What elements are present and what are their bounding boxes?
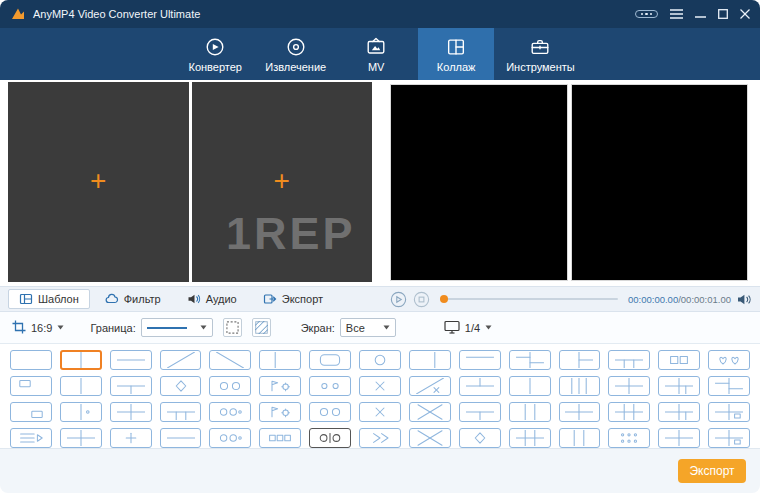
template-59-grid-corner[interactable] [708, 428, 750, 448]
template-6-rounded[interactable] [309, 350, 351, 370]
template-48-h2[interactable] [160, 428, 202, 448]
playback-controls: 00:00:00.00/00:00:01.00 [390, 287, 752, 311]
stop-button[interactable] [413, 291, 430, 308]
template-21-circles-sm[interactable] [309, 376, 351, 396]
nav-tab-label: Инструменты [506, 61, 575, 73]
aspect-ratio-control[interactable]: 16:9 [12, 320, 64, 336]
border-line-sample [147, 327, 187, 329]
template-30-pip2[interactable] [10, 402, 52, 422]
template-14-hearts[interactable] [708, 350, 750, 370]
template-25-v2[interactable] [509, 376, 551, 396]
hatch-pattern-button[interactable] [252, 318, 271, 337]
nav-tab-converter[interactable]: Конвертер [177, 28, 253, 80]
template-38-x-big[interactable] [409, 402, 451, 422]
template-58-grid4[interactable] [658, 428, 700, 448]
panel-tab-template[interactable]: Шаблон [8, 289, 90, 309]
panel-tab-audio[interactable]: Аудио [176, 289, 248, 309]
template-23-diag-x[interactable] [409, 376, 451, 396]
template-49-circles-dot[interactable] [209, 428, 251, 448]
template-42-grid6[interactable] [608, 402, 650, 422]
template-53-x-big[interactable] [409, 428, 451, 448]
template-27-grid4[interactable] [608, 376, 650, 396]
close-icon[interactable] [740, 9, 750, 19]
template-24-t-up[interactable] [459, 376, 501, 396]
export-button[interactable]: Экспорт [678, 459, 746, 483]
template-15-pip[interactable] [10, 376, 52, 396]
template-32-grid4[interactable] [110, 402, 152, 422]
feedback-more-icon[interactable] [635, 10, 659, 19]
play-button[interactable] [390, 291, 407, 308]
template-5-v2l[interactable] [259, 350, 301, 370]
template-7-circle[interactable] [359, 350, 401, 370]
template-55-grid6[interactable] [509, 428, 551, 448]
time-total: 00:00:01.00 [681, 294, 731, 305]
template-16-v2[interactable] [60, 376, 102, 396]
audio-icon [187, 292, 201, 306]
dashed-border-button[interactable] [223, 318, 242, 337]
template-35-flag-gear[interactable] [259, 402, 301, 422]
screen-dropdown[interactable]: Все [340, 318, 396, 337]
template-1-v2[interactable] [60, 350, 102, 370]
template-4-diag2[interactable] [209, 350, 251, 370]
template-47-plus[interactable] [110, 428, 152, 448]
border-style-dropdown[interactable] [141, 318, 213, 337]
collage-slot-2[interactable]: + [192, 82, 373, 282]
template-51-o-bar-o[interactable] [309, 428, 351, 448]
minimize-icon[interactable] [695, 9, 706, 19]
template-56-v3[interactable] [559, 428, 601, 448]
template-50-squares3[interactable] [259, 428, 301, 448]
template-10-grid-offset[interactable] [509, 350, 551, 370]
nav-tab-mv[interactable]: MV [338, 28, 414, 80]
template-57-dots-grid[interactable] [608, 428, 650, 448]
template-0-blank[interactable] [10, 350, 52, 370]
template-19-circles2[interactable] [209, 376, 251, 396]
template-28-grid-right[interactable] [658, 376, 700, 396]
screen-count-control[interactable]: 1/4 [444, 320, 492, 336]
seek-slider[interactable] [440, 294, 618, 304]
template-41-grid4[interactable] [559, 402, 601, 422]
panel-tab-export[interactable]: Экспорт [252, 289, 334, 309]
template-17-t-down[interactable] [110, 376, 152, 396]
template-9-h2t[interactable] [459, 350, 501, 370]
menu-icon[interactable] [670, 9, 683, 19]
template-13-squares2[interactable] [658, 350, 700, 370]
template-3-diag1[interactable] [160, 350, 202, 370]
template-46-grid4[interactable] [60, 428, 102, 448]
template-40-v3[interactable] [509, 402, 551, 422]
panel-tab-filter[interactable]: Фильтр [94, 289, 172, 309]
template-26-v4[interactable] [559, 376, 601, 396]
template-54-diamond[interactable] [459, 428, 501, 448]
nav-tab-collage[interactable]: Коллаж [418, 28, 494, 80]
collage-slot-1[interactable]: + [8, 82, 189, 282]
maximize-icon[interactable] [718, 9, 728, 19]
template-2-h2[interactable] [110, 350, 152, 370]
template-43-grid-right[interactable] [658, 402, 700, 422]
template-11-t-right[interactable] [559, 350, 601, 370]
panel-tab-bar: ШаблонФильтрАудиоЭкспорт 00:00:00.00/00:… [0, 286, 760, 312]
template-22-x-small[interactable] [359, 376, 401, 396]
seek-knob[interactable] [440, 295, 448, 303]
template-18-diamond[interactable] [160, 376, 202, 396]
nav-tab-label: Коллаж [437, 61, 476, 73]
template-52-arrows[interactable] [359, 428, 401, 448]
template-36-circles2[interactable] [309, 402, 351, 422]
panel-tab-label: Шаблон [38, 293, 79, 305]
template-33-h-2v[interactable] [160, 402, 202, 422]
template-12-h-2v[interactable] [608, 350, 650, 370]
template-44-grid-corner[interactable] [708, 402, 750, 422]
volume-icon[interactable] [737, 293, 752, 306]
add-media-icon[interactable]: + [90, 167, 106, 195]
nav-tab-toolbox[interactable]: Инструменты [498, 28, 583, 80]
template-20-flag-gear[interactable] [259, 376, 301, 396]
nav-tab-ripper[interactable]: Извлечение [257, 28, 334, 80]
template-34-circles-dot[interactable] [209, 402, 251, 422]
time-display: 00:00:00.00/00:00:01.00 [628, 294, 731, 305]
nav-tab-label: Извлечение [265, 61, 326, 73]
template-39-t-down[interactable] [459, 402, 501, 422]
template-8-v2r[interactable] [409, 350, 451, 370]
template-37-x-small[interactable] [359, 402, 401, 422]
add-media-icon[interactable]: + [274, 167, 290, 195]
template-29-grid-offset[interactable] [708, 376, 750, 396]
template-31-v-dot[interactable] [60, 402, 102, 422]
template-45-strips-arrow[interactable] [10, 428, 52, 448]
